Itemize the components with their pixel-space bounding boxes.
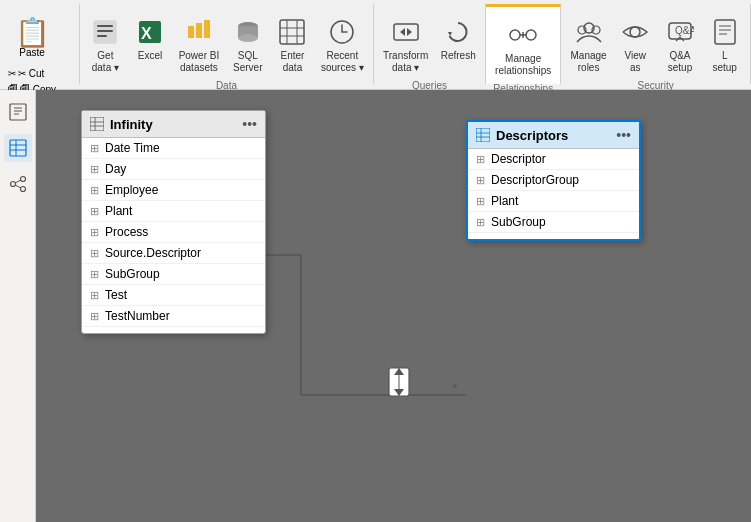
svg-point-21 (526, 30, 536, 40)
infinity-table-header[interactable]: Infinity ••• (82, 111, 265, 138)
relationships-items: Managerelationships (490, 11, 556, 83)
field-source-descriptor[interactable]: ⊞ Source.Descriptor (82, 243, 265, 264)
refresh-button[interactable]: Refresh (435, 12, 481, 80)
infinity-table-name: Infinity (110, 117, 153, 132)
cut-button[interactable]: ✂ ✂ Cut (4, 66, 60, 81)
data-section: Getdata ▾ X Excel Power BIdatasets SQLSe… (80, 4, 374, 84)
field-day[interactable]: ⊞ Day (82, 159, 265, 180)
svg-marker-54 (394, 368, 404, 375)
infinity-table-resize[interactable] (82, 327, 265, 333)
field-descriptor-group[interactable]: ⊞ DescriptorGroup (468, 170, 639, 191)
canvas: * * Infinity ••• ⊞ Date Time ⊞ (36, 90, 751, 522)
recent-sources-button[interactable]: Recentsources ▾ (316, 12, 369, 80)
svg-rect-60 (476, 128, 490, 142)
get-data-label: Getdata ▾ (92, 50, 119, 74)
recent-sources-label: Recentsources ▾ (321, 50, 364, 74)
svg-rect-18 (394, 24, 418, 40)
security-section: Manageroles Viewas Q&A Q&Asetup Lsetup (561, 4, 751, 84)
field-name: Source.Descriptor (105, 246, 201, 260)
descriptors-table-name: Descriptors (496, 128, 568, 143)
sidebar-table-icon[interactable] (4, 134, 32, 162)
sql-icon (232, 16, 264, 48)
sql-label: SQLServer (233, 50, 262, 74)
field-icon: ⊞ (90, 205, 99, 218)
infinity-table: Infinity ••• ⊞ Date Time ⊞ Day ⊞ Employe… (81, 110, 266, 334)
manage-relationships-button[interactable]: Managerelationships (490, 15, 556, 83)
field-name: Plant (491, 194, 518, 208)
field-icon: ⊞ (476, 195, 485, 208)
recent-sources-icon (326, 16, 358, 48)
excel-button[interactable]: X Excel (129, 12, 172, 80)
field-testnumber[interactable]: ⊞ TestNumber (82, 306, 265, 327)
field-icon: ⊞ (90, 226, 99, 239)
paste-button[interactable]: 📋 Paste (7, 12, 58, 64)
enter-data-label: Enterdata (281, 50, 305, 74)
svg-point-42 (10, 182, 15, 187)
sql-server-button[interactable]: SQLServer (226, 12, 269, 80)
field-plant[interactable]: ⊞ Plant (82, 201, 265, 222)
svg-marker-19 (448, 32, 452, 36)
paste-icon: 📋 (15, 19, 50, 47)
descriptors-table-body: ⊞ Descriptor ⊞ DescriptorGroup ⊞ Plant ⊞… (468, 149, 639, 233)
svg-rect-1 (97, 25, 113, 27)
l-setup-label: Lsetup (712, 50, 736, 74)
svg-rect-3 (97, 35, 107, 37)
svg-line-45 (15, 180, 21, 183)
svg-point-27 (630, 27, 640, 37)
excel-label: Excel (138, 50, 162, 62)
paste-label: Paste (19, 47, 45, 58)
field-test[interactable]: ⊞ Test (82, 285, 265, 306)
svg-rect-52 (389, 368, 409, 396)
l-setup-button[interactable]: Lsetup (703, 12, 746, 80)
sidebar-report-icon[interactable] (4, 98, 32, 126)
clipboard-section: 📋 Paste ✂ ✂ Cut 🗐 🗐 Copy Clipboard (0, 4, 80, 84)
descriptors-table-menu[interactable]: ••• (616, 127, 631, 143)
field-datetime[interactable]: ⊞ Date Time (82, 138, 265, 159)
transform-data-button[interactable]: Transformdata ▾ (378, 12, 433, 80)
svg-line-46 (15, 185, 21, 188)
toolbar: 📋 Paste ✂ ✂ Cut 🗐 🗐 Copy Clipboard (0, 0, 751, 90)
view-as-icon (619, 16, 651, 48)
field-icon: ⊞ (476, 216, 485, 229)
field-icon: ⊞ (90, 247, 99, 260)
descriptors-table-header[interactable]: Descriptors ••• (468, 122, 639, 149)
svg-point-11 (238, 34, 258, 42)
svg-rect-12 (280, 20, 304, 44)
sidebar-model-icon[interactable] (4, 170, 32, 198)
field-employee[interactable]: ⊞ Employee (82, 180, 265, 201)
manage-roles-button[interactable]: Manageroles (565, 12, 612, 80)
field-plant-d[interactable]: ⊞ Plant (468, 191, 639, 212)
svg-rect-34 (10, 104, 26, 120)
svg-text:*: * (452, 380, 458, 396)
qa-setup-label: Q&Asetup (668, 50, 692, 74)
l-setup-icon (709, 16, 741, 48)
descriptors-table: Descriptors ••• ⊞ Descriptor ⊞ Descripto… (466, 120, 641, 241)
field-name: SubGroup (491, 215, 546, 229)
view-as-button[interactable]: Viewas (614, 12, 657, 80)
manage-relationships-icon (507, 19, 539, 51)
field-process[interactable]: ⊞ Process (82, 222, 265, 243)
get-data-button[interactable]: Getdata ▾ (84, 12, 127, 80)
field-subgroup-d[interactable]: ⊞ SubGroup (468, 212, 639, 233)
power-bi-button[interactable]: Power BIdatasets (173, 12, 224, 80)
descriptors-table-resize[interactable] (468, 233, 639, 239)
qa-setup-button[interactable]: Q&A Q&Asetup (659, 12, 702, 80)
excel-icon: X (134, 16, 166, 48)
svg-rect-56 (90, 117, 104, 131)
field-subgroup[interactable]: ⊞ SubGroup (82, 264, 265, 285)
field-name: Descriptor (491, 152, 546, 166)
cut-label: ✂ Cut (18, 68, 44, 79)
field-name: Plant (105, 204, 132, 218)
svg-point-43 (20, 177, 25, 182)
manage-roles-icon (573, 16, 605, 48)
field-icon: ⊞ (90, 163, 99, 176)
transform-label: Transformdata ▾ (383, 50, 428, 74)
svg-rect-38 (10, 140, 26, 156)
clipboard-items: 📋 Paste ✂ ✂ Cut 🗐 🗐 Copy (4, 8, 75, 97)
field-descriptor[interactable]: ⊞ Descriptor (468, 149, 639, 170)
manage-relationships-label: Managerelationships (495, 53, 551, 77)
data-items: Getdata ▾ X Excel Power BIdatasets SQLSe… (84, 8, 369, 80)
enter-data-button[interactable]: Enterdata (271, 12, 314, 80)
field-name: Employee (105, 183, 158, 197)
infinity-table-menu[interactable]: ••• (242, 116, 257, 132)
